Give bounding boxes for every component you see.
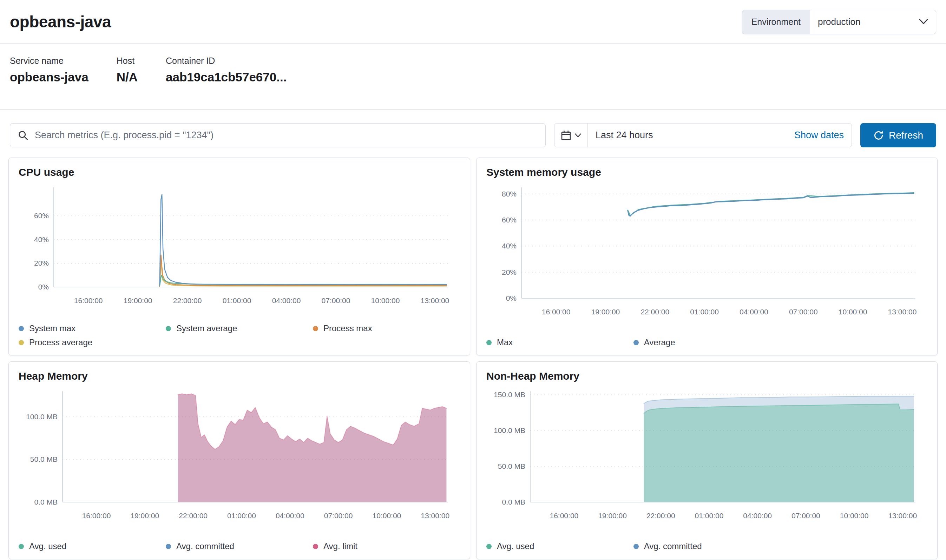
legend-dot bbox=[166, 544, 171, 549]
panel-heap-memory: Heap Memory 0.0 MB50.0 MB100.0 MB16:00:0… bbox=[8, 362, 470, 559]
service-info-section: Service name opbeans-java Host N/A Conta… bbox=[0, 44, 946, 110]
svg-text:19:00:00: 19:00:00 bbox=[130, 512, 159, 520]
calendar-icon bbox=[561, 130, 571, 141]
svg-text:10:00:00: 10:00:00 bbox=[373, 512, 401, 520]
svg-text:19:00:00: 19:00:00 bbox=[123, 297, 153, 305]
legend-item[interactable]: Average bbox=[633, 337, 781, 348]
legend-item[interactable]: Process max bbox=[313, 323, 460, 333]
date-range-control: Last 24 hours Show dates bbox=[554, 123, 852, 148]
svg-text:04:00:00: 04:00:00 bbox=[272, 297, 301, 305]
search-input[interactable] bbox=[35, 130, 538, 141]
legend-dot bbox=[633, 340, 639, 345]
legend-item[interactable]: Avg. limit bbox=[313, 542, 460, 551]
environment-value: production bbox=[818, 17, 860, 28]
service-name-field: Service name opbeans-java bbox=[10, 56, 88, 109]
svg-text:0.0 MB: 0.0 MB bbox=[34, 498, 57, 506]
container-id-label: Container ID bbox=[166, 56, 287, 66]
chevron-down-icon bbox=[919, 19, 928, 25]
legend-item[interactable]: Max bbox=[486, 337, 633, 348]
charts-grid: CPU usage 0%20%40%60%16:00:0019:00:0022:… bbox=[0, 148, 946, 560]
svg-text:20%: 20% bbox=[34, 259, 49, 267]
calendar-button[interactable] bbox=[554, 123, 588, 147]
legend-item[interactable]: Avg. used bbox=[486, 542, 633, 551]
svg-text:04:00:00: 04:00:00 bbox=[743, 512, 772, 520]
page-title: opbeans-java bbox=[10, 12, 111, 31]
svg-text:50.0 MB: 50.0 MB bbox=[30, 455, 57, 463]
legend-item[interactable]: Process average bbox=[19, 337, 166, 348]
legend-label: Max bbox=[497, 337, 513, 348]
date-range-value[interactable]: Last 24 hours bbox=[596, 130, 653, 141]
svg-text:16:00:00: 16:00:00 bbox=[74, 297, 103, 305]
heap-memory-legend: Avg. usedAvg. committedAvg. limit bbox=[19, 542, 460, 551]
legend-label: Avg. used bbox=[497, 542, 534, 551]
chart-title: System memory usage bbox=[486, 166, 927, 178]
svg-text:10:00:00: 10:00:00 bbox=[840, 512, 869, 520]
svg-text:40%: 40% bbox=[34, 235, 49, 243]
non-heap-memory-legend: Avg. usedAvg. committed bbox=[486, 542, 927, 551]
search-icon bbox=[18, 130, 28, 141]
svg-text:07:00:00: 07:00:00 bbox=[322, 297, 350, 305]
legend-dot bbox=[486, 340, 492, 345]
chart-title: CPU usage bbox=[19, 166, 460, 178]
legend-item[interactable]: Avg. committed bbox=[166, 542, 313, 551]
non-heap-memory-chart[interactable]: 0.0 MB50.0 MB100.0 MB150.0 MB16:00:0019:… bbox=[486, 386, 927, 523]
legend-dot bbox=[19, 340, 24, 345]
svg-text:0%: 0% bbox=[506, 294, 517, 302]
svg-text:50.0 MB: 50.0 MB bbox=[498, 462, 525, 470]
chart-title: Heap Memory bbox=[19, 370, 460, 382]
legend-label: Avg. limit bbox=[323, 542, 358, 551]
legend-item[interactable]: Avg. used bbox=[19, 542, 166, 551]
show-dates-link[interactable]: Show dates bbox=[794, 130, 844, 141]
refresh-button[interactable]: Refresh bbox=[860, 123, 936, 148]
container-id-field: Container ID aab19ca1cb57e670... bbox=[166, 56, 287, 109]
svg-text:0%: 0% bbox=[38, 283, 49, 291]
svg-text:01:00:00: 01:00:00 bbox=[695, 512, 724, 520]
host-label: Host bbox=[117, 56, 137, 66]
svg-text:10:00:00: 10:00:00 bbox=[371, 297, 400, 305]
svg-text:13:00:00: 13:00:00 bbox=[421, 297, 449, 305]
svg-text:22:00:00: 22:00:00 bbox=[647, 512, 675, 520]
svg-text:16:00:00: 16:00:00 bbox=[542, 308, 571, 316]
svg-text:10:00:00: 10:00:00 bbox=[838, 308, 867, 316]
legend-item[interactable]: Avg. committed bbox=[633, 542, 781, 551]
legend-label: Avg. used bbox=[29, 542, 66, 551]
date-range-display: Last 24 hours Show dates bbox=[588, 123, 852, 147]
svg-text:01:00:00: 01:00:00 bbox=[690, 308, 719, 316]
environment-select[interactable]: production bbox=[810, 10, 936, 34]
environment-control-group: Environment production bbox=[742, 10, 936, 34]
svg-text:100.0 MB: 100.0 MB bbox=[26, 412, 57, 421]
svg-text:04:00:00: 04:00:00 bbox=[276, 512, 304, 520]
system-memory-chart[interactable]: 0%20%40%60%80%16:00:0019:00:0022:00:0001… bbox=[486, 182, 927, 319]
host-value: N/A bbox=[117, 70, 137, 84]
svg-text:60%: 60% bbox=[34, 212, 49, 220]
legend-dot bbox=[313, 326, 318, 331]
legend-label: Avg. committed bbox=[176, 542, 234, 551]
legend-item[interactable]: System average bbox=[166, 323, 313, 333]
cpu-usage-chart[interactable]: 0%20%40%60%16:00:0019:00:0022:00:0001:00… bbox=[19, 182, 460, 308]
svg-text:04:00:00: 04:00:00 bbox=[739, 308, 768, 316]
legend-label: Avg. committed bbox=[644, 542, 702, 551]
refresh-label: Refresh bbox=[889, 130, 923, 141]
legend-dot bbox=[486, 544, 492, 549]
svg-text:07:00:00: 07:00:00 bbox=[792, 512, 820, 520]
refresh-icon bbox=[873, 130, 884, 141]
top-header: opbeans-java Environment production bbox=[0, 0, 946, 44]
svg-text:07:00:00: 07:00:00 bbox=[789, 308, 818, 316]
svg-text:16:00:00: 16:00:00 bbox=[550, 512, 579, 520]
svg-text:01:00:00: 01:00:00 bbox=[227, 512, 256, 520]
container-id-value: aab19ca1cb57e670... bbox=[166, 70, 287, 84]
legend-label: System max bbox=[29, 323, 76, 333]
heap-memory-chart[interactable]: 0.0 MB50.0 MB100.0 MB16:00:0019:00:0022:… bbox=[19, 386, 460, 523]
service-name-value: opbeans-java bbox=[10, 70, 88, 84]
legend-dot bbox=[313, 544, 318, 549]
panel-cpu-usage: CPU usage 0%20%40%60%16:00:0019:00:0022:… bbox=[8, 157, 470, 355]
svg-text:20%: 20% bbox=[502, 268, 517, 276]
svg-text:80%: 80% bbox=[502, 190, 517, 198]
legend-label: Process average bbox=[29, 337, 93, 348]
svg-text:19:00:00: 19:00:00 bbox=[591, 308, 620, 316]
legend-item[interactable]: System max bbox=[19, 323, 166, 333]
legend-dot bbox=[19, 544, 24, 549]
legend-label: Average bbox=[644, 337, 675, 348]
svg-text:22:00:00: 22:00:00 bbox=[640, 308, 669, 316]
service-name-label: Service name bbox=[10, 56, 88, 66]
